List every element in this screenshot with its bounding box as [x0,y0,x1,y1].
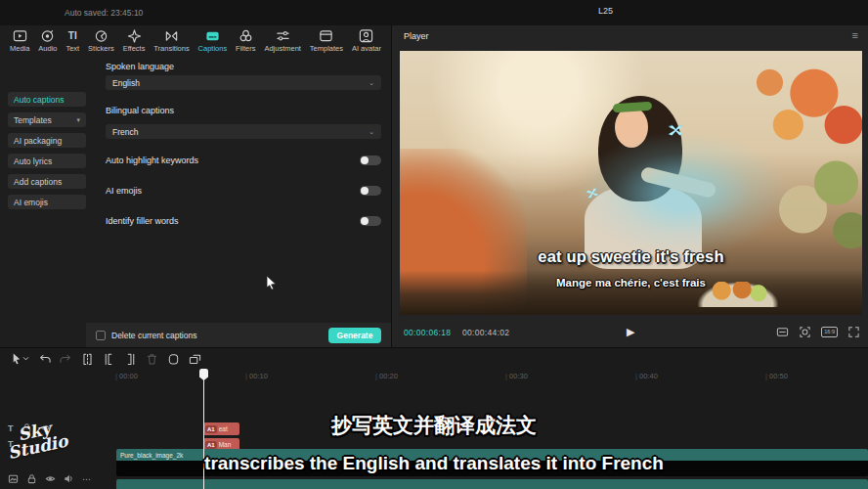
overtrack-button[interactable] [189,352,201,365]
delete-left-button[interactable] [103,352,115,365]
adjustment-icon [276,28,290,43]
ai-emojis-toggle[interactable] [360,186,381,196]
tab-filters[interactable]: Filters [236,28,255,53]
generate-button[interactable]: Generate [328,328,381,343]
cursor-icon [10,352,22,365]
tab-adjustment[interactable]: Adjustment [264,28,301,53]
trash-icon [146,352,158,365]
undo-icon [38,352,51,365]
transitions-icon [164,28,179,43]
sidebar-item-ai-packaging[interactable]: AI packaging [8,133,86,148]
player-title: Player [404,31,429,41]
preview-quality-icon[interactable] [776,326,789,338]
player-menu-icon[interactable]: ≡ [852,29,858,41]
timeline-toolbar [0,348,201,369]
redo-icon [60,352,72,365]
redo-button[interactable] [60,352,72,365]
overtrack-icon [189,352,201,365]
tab-stickers[interactable]: Stickers [88,28,114,53]
delete-button[interactable] [146,352,158,365]
chevron-down-icon: ▾ [76,116,80,124]
sidebar-item-auto-lyrics[interactable]: Auto lyrics [8,154,86,168]
undo-button[interactable] [38,352,51,365]
video-preview[interactable]: eat up sweetie it's fresh Mange ma chéri… [400,51,862,315]
chevron-down-icon [22,355,29,362]
aspect-ratio-button[interactable]: 16:9 [821,327,838,337]
video-track-header: ⋯ [8,473,92,484]
trim-left-icon [103,352,115,365]
media-captions-panel: Media Audio TI Text Stickers Effects Tra… [0,25,391,347]
bilingual-captions-select[interactable]: French ⌄ [106,124,381,139]
speaker-icon[interactable] [64,473,74,484]
overlay-subtitle-chinese: 抄写英文并翻译成法文 [0,412,868,439]
fullscreen-icon[interactable] [847,326,860,338]
spoken-language-label: Spoken language [106,62,174,71]
mouse-cursor [266,275,278,290]
sidebar-item-ai-emojis[interactable]: AI emojis [8,195,86,209]
play-button[interactable]: ▶ [627,326,634,338]
sidebar-item-auto-captions[interactable]: Auto captions [8,92,86,107]
filters-icon [239,28,253,43]
audio-icon [40,28,55,43]
text-icon: TI [68,28,77,43]
trim-right-icon [124,352,137,365]
chevron-down-icon: ⌄ [369,128,374,136]
auto-highlight-keywords-toggle[interactable] [360,156,381,165]
autosave-status: Auto saved: 23:45:10 [65,8,143,18]
capcut-editor-window: Auto saved: 23:45:10 L25 Media Audio TI … [0,0,868,489]
sidebar-item-add-captions[interactable]: Add captions [8,174,86,189]
chevron-down-icon: ⌄ [369,79,374,87]
player-panel: Player ≡ eat up sweetie it's fresh Mange… [391,25,868,347]
tab-effects[interactable]: Effects [123,28,146,53]
session-label: L25 [598,6,613,16]
split-button[interactable] [81,352,94,365]
sidebar-item-templates[interactable]: Templates▾ [8,112,86,127]
spoken-language-select[interactable]: English ⌄ [106,75,381,90]
main-toolbar: Media Audio TI Text Stickers Effects Tra… [0,25,391,56]
split-icon [81,352,94,365]
timeline-ruler[interactable]: 00:00 00:10 00:20 00:30 00:40 00:50 [0,369,868,384]
media-icon [13,28,27,43]
captions-icon [205,28,220,43]
total-timecode: 00:00:44:02 [462,328,509,337]
identify-filler-words-row: Identify filler words [106,214,381,228]
mask-button[interactable] [167,352,180,365]
tab-audio[interactable]: Audio [38,28,57,53]
tab-media[interactable]: Media [10,28,29,53]
video-track-icon [8,473,19,484]
title-bar: Auto saved: 23:45:10 L25 [0,0,868,25]
bilingual-captions-label: Bilingual captions [106,106,174,115]
effects-icon [127,28,142,43]
lock-icon[interactable] [26,473,37,484]
more-options-icon[interactable]: ⋯ [82,474,92,484]
identify-filler-words-toggle[interactable] [360,216,381,226]
tab-ai-avatar[interactable]: AI avatar [352,28,381,53]
tab-transitions[interactable]: Transitions [153,28,189,53]
current-timecode: 00:00:06:18 [404,328,451,337]
tab-templates[interactable]: Templates [310,28,343,53]
video-scene-glow [576,130,791,257]
ai-avatar-icon [359,28,373,43]
video-caption-secondary: Mange ma chérie, c'est frais [400,277,862,289]
audio-clip[interactable] [116,479,868,489]
stickers-icon [94,28,108,43]
delete-right-button[interactable] [124,352,137,365]
tab-captions[interactable]: Captions [198,28,228,53]
delete-current-captions-checkbox[interactable] [96,331,106,340]
tab-text[interactable]: TI Text [65,28,79,53]
templates-icon [319,28,333,43]
video-caption-primary: eat up sweetie it's fresh [400,247,862,266]
auto-highlight-keywords-row: Auto highlight keywords [106,154,381,167]
select-tool-button[interactable] [10,352,29,365]
player-controls: 00:00:06:18 00:00:44:02 ▶ 16:9 [392,319,868,347]
mask-icon [167,352,180,365]
ai-emojis-row: AI emojis [106,184,381,198]
focus-icon[interactable] [799,326,811,338]
overlay-subtitle-english: transcribes the English and translates i… [0,453,868,474]
captions-panel-footer: Delete current captions Generate [86,323,391,347]
eye-icon[interactable] [45,473,56,484]
